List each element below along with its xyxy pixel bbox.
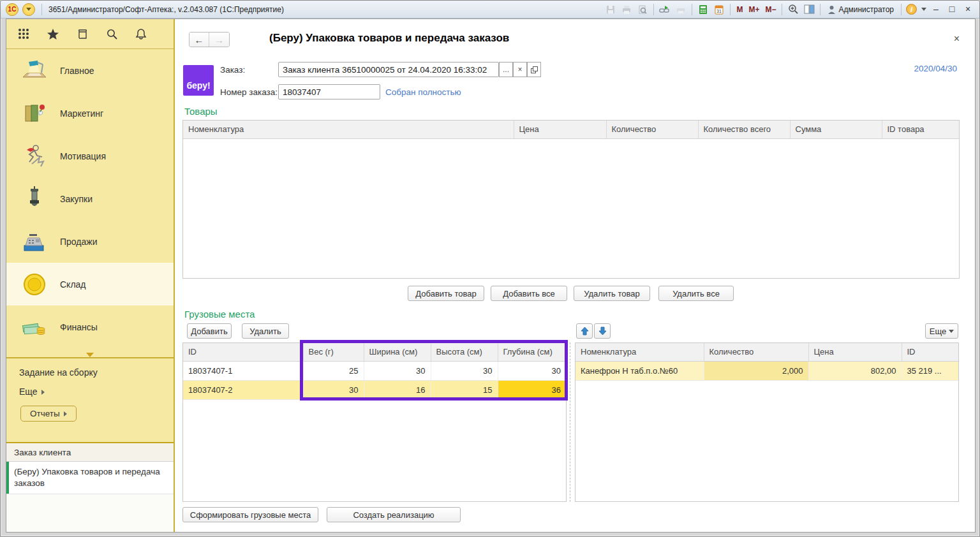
sidebar-link-more[interactable]: Еще bbox=[19, 386, 174, 397]
contents-row-selected[interactable]: Канефрон Н таб.п.о.№60 2,000 802,00 35 2… bbox=[575, 361, 958, 380]
build-cargo-places-button[interactable]: Сформировать грузовые места bbox=[182, 507, 318, 522]
memory-plus-button[interactable]: M+ bbox=[747, 5, 761, 14]
cargo-cell-weight[interactable]: 25 bbox=[303, 361, 364, 380]
cargo-cell-depth[interactable]: 30 bbox=[498, 361, 566, 380]
forward-button[interactable]: → bbox=[209, 33, 229, 47]
contents-cell-name[interactable]: Канефрон Н таб.п.о.№60 bbox=[575, 361, 704, 380]
sidebar-item-finansy[interactable]: Финансы bbox=[6, 305, 174, 348]
cargo-row-2-selected[interactable]: 18037407-2 30 16 15 36 bbox=[183, 380, 566, 399]
contents-col-qty[interactable]: Количество bbox=[704, 343, 808, 361]
sidebar-item-sklad[interactable]: Склад bbox=[6, 263, 174, 305]
cargo-cell-weight[interactable]: 30 bbox=[303, 380, 364, 399]
cargo-remove-button[interactable]: Удалить bbox=[242, 323, 289, 339]
contents-cell-qty[interactable]: 2,000 bbox=[704, 361, 808, 380]
calculator-icon[interactable] bbox=[697, 3, 709, 15]
split-view-icon[interactable] bbox=[803, 3, 815, 15]
cargo-row-1[interactable]: 18037407-1 25 30 30 30 bbox=[183, 361, 566, 380]
cargo-cell-id[interactable]: 18037407-2 bbox=[183, 380, 303, 399]
print-settings-icon[interactable] bbox=[674, 3, 687, 15]
calendar-icon[interactable]: 31 bbox=[713, 3, 725, 15]
form-close-icon[interactable]: × bbox=[954, 33, 960, 45]
system-menu-button[interactable] bbox=[22, 3, 35, 16]
cargo-cell-depth-active[interactable]: 36 bbox=[498, 380, 566, 399]
contents-table[interactable]: Номенклатура Количество Цена ID Канефрон… bbox=[575, 342, 959, 502]
menu-grid-icon[interactable] bbox=[17, 27, 31, 41]
close-button[interactable]: × bbox=[961, 3, 974, 15]
move-up-button[interactable] bbox=[576, 323, 593, 339]
add-all-button[interactable]: Добавить все bbox=[491, 286, 567, 301]
history-icon[interactable] bbox=[75, 27, 89, 41]
remove-item-button[interactable]: Удалить товар bbox=[574, 286, 650, 301]
money-icon bbox=[20, 313, 48, 341]
order-open-button[interactable] bbox=[527, 62, 541, 77]
create-realization-button[interactable]: Создать реализацию bbox=[327, 507, 461, 522]
active-task-label: (Беру) Упаковка товаров и передача заказ… bbox=[9, 462, 174, 494]
cargo-cell-id[interactable]: 18037407-1 bbox=[183, 361, 303, 380]
order-date[interactable]: 2020/04/30 bbox=[914, 64, 957, 73]
tasks-empty-area bbox=[6, 494, 174, 532]
order-clear-button[interactable]: × bbox=[513, 62, 527, 77]
goods-col-price[interactable]: Цена bbox=[514, 121, 606, 138]
memory-minus-button[interactable]: M− bbox=[764, 5, 777, 14]
sidebar-collapse-chevron[interactable] bbox=[6, 348, 174, 357]
panel-splitter[interactable] bbox=[570, 342, 570, 502]
sidebar: Главное Маркетинг Мотивация bbox=[6, 19, 175, 532]
search-icon[interactable] bbox=[105, 27, 119, 41]
cargo-cell-width[interactable]: 30 bbox=[364, 361, 431, 380]
cargo-add-button[interactable]: Добавить bbox=[187, 323, 232, 339]
order-number-input[interactable] bbox=[278, 84, 380, 99]
contents-col-id[interactable]: ID bbox=[902, 343, 958, 361]
sidebar-item-motivaciya[interactable]: Мотивация bbox=[6, 135, 174, 177]
info-icon[interactable]: i bbox=[906, 4, 917, 15]
attach-link-icon[interactable] bbox=[658, 3, 671, 15]
move-down-button[interactable] bbox=[594, 323, 611, 339]
sidebar-item-zakupki[interactable]: Закупки bbox=[6, 177, 174, 220]
goods-col-nomenclature[interactable]: Номенклатура bbox=[183, 121, 514, 138]
memory-recall-button[interactable]: M bbox=[735, 5, 744, 14]
print-preview-icon[interactable] bbox=[636, 3, 649, 15]
cargo-col-width[interactable]: Ширина (см) bbox=[364, 343, 431, 361]
goods-col-sum[interactable]: Сумма bbox=[790, 121, 882, 138]
maximize-button[interactable]: □ bbox=[946, 3, 958, 15]
contents-col-price[interactable]: Цена bbox=[808, 343, 902, 361]
favorites-star-icon[interactable] bbox=[46, 27, 60, 41]
contents-col-nomenclature[interactable]: Номенклатура bbox=[575, 343, 704, 361]
sidebar-item-prodazhi[interactable]: Продажи bbox=[6, 220, 174, 263]
divider bbox=[653, 4, 654, 15]
contents-cell-id[interactable]: 35 219 ... bbox=[902, 361, 958, 380]
current-user[interactable]: Администратор bbox=[825, 5, 896, 14]
active-task-item[interactable]: (Беру) Упаковка товаров и передача заказ… bbox=[6, 462, 174, 494]
notifications-bell-icon[interactable] bbox=[134, 27, 148, 41]
contents-more-button[interactable]: Еще bbox=[925, 323, 958, 339]
sidebar-item-label: Маркетинг bbox=[60, 108, 103, 119]
reports-button[interactable]: Отчеты bbox=[20, 406, 77, 422]
contents-cell-price[interactable]: 802,00 bbox=[808, 361, 902, 380]
order-lookup-button[interactable]: ... bbox=[499, 62, 513, 77]
window-title: 3651/Администратор/Софт-Аптека:, v.2.043… bbox=[48, 5, 284, 14]
zoom-icon[interactable] bbox=[787, 3, 799, 15]
cargo-cell-height[interactable]: 15 bbox=[431, 380, 498, 399]
cargo-col-weight[interactable]: Вес (г) bbox=[303, 343, 364, 361]
back-button[interactable]: ← bbox=[189, 33, 209, 47]
goods-table[interactable]: Номенклатура Цена Количество Количество … bbox=[182, 120, 960, 279]
cargo-cell-height[interactable]: 30 bbox=[431, 361, 498, 380]
add-item-button[interactable]: Добавить товар bbox=[408, 286, 484, 301]
sidebar-link-assembly-task[interactable]: Задание на сборку bbox=[19, 367, 174, 378]
cargo-col-depth[interactable]: Глубина (см) bbox=[498, 343, 566, 361]
remove-all-button[interactable]: Удалить все bbox=[658, 286, 734, 301]
chevron-down-icon[interactable] bbox=[921, 8, 926, 11]
print-icon[interactable] bbox=[620, 3, 633, 15]
save-icon[interactable] bbox=[604, 3, 617, 15]
cargo-col-id[interactable]: ID bbox=[183, 343, 303, 361]
goods-col-qty-total[interactable]: Количество всего bbox=[698, 121, 790, 138]
minimize-button[interactable]: – bbox=[930, 3, 942, 15]
sidebar-item-marketing[interactable]: Маркетинг bbox=[6, 92, 174, 135]
goods-col-id[interactable]: ID товара bbox=[882, 121, 959, 138]
order-input[interactable] bbox=[278, 62, 499, 77]
cargo-table[interactable]: ID Вес (г) Ширина (см) Высота (см) Глуби… bbox=[182, 342, 567, 502]
coin-icon bbox=[20, 270, 48, 298]
sidebar-item-glavnoe[interactable]: Главное bbox=[6, 49, 174, 92]
cargo-cell-width[interactable]: 16 bbox=[364, 380, 431, 399]
cargo-col-height[interactable]: Высота (см) bbox=[431, 343, 498, 361]
goods-col-qty[interactable]: Количество bbox=[606, 121, 698, 138]
